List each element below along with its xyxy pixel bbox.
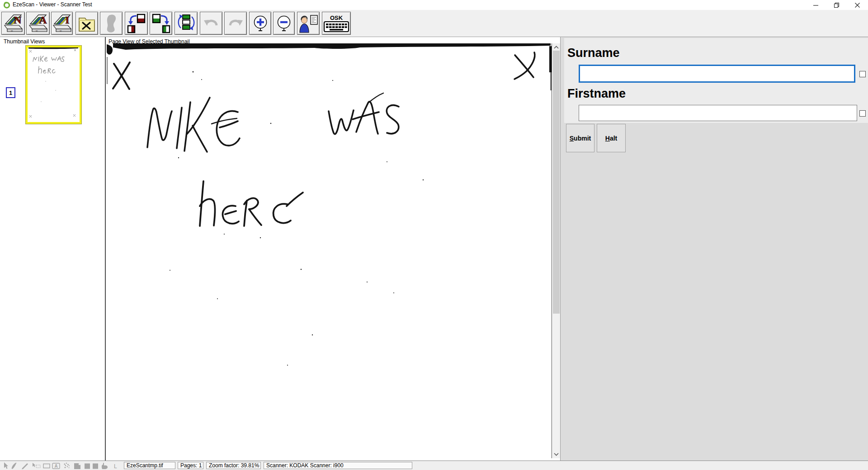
zoom-in-button[interactable]	[249, 12, 271, 35]
redo-icon	[226, 14, 245, 33]
scan-insert-icon: w I	[52, 13, 72, 34]
svg-text:w: w	[35, 29, 38, 32]
scanned-page-image	[107, 43, 552, 458]
close-button[interactable]	[847, 0, 868, 10]
page-curl-fold	[79, 463, 80, 465]
select-arrow-icon	[33, 463, 36, 467]
status-filename: EzeScantmp.tif	[124, 462, 175, 469]
on-screen-keyboard-icon	[323, 21, 349, 33]
cursor-icon	[4, 462, 8, 469]
status-pages: Pages: 1	[178, 462, 203, 469]
restore-icon	[834, 2, 840, 8]
ezescan-logo-icon	[3, 1, 10, 9]
pencil-icon	[23, 464, 28, 469]
surname-label: Surname	[567, 46, 620, 60]
scan-new-icon: w N	[3, 13, 23, 34]
thumbnail-panel: Thumbnail Views	[0, 37, 106, 461]
scan-insert-button[interactable]: w I	[51, 12, 73, 35]
minimize-icon	[813, 2, 819, 8]
status-bar: A L EzeScantmp.tif Pages: 1 Zoom factor:…	[0, 461, 868, 470]
undo-icon	[202, 14, 221, 33]
block-tool-icon-1	[85, 464, 90, 469]
close-icon	[854, 2, 860, 8]
surname-checkbox[interactable]	[859, 71, 866, 77]
annotation-tools-strip: A L	[2, 462, 122, 470]
firstname-checkbox[interactable]	[859, 110, 866, 117]
move-page-left-button[interactable]	[125, 12, 148, 35]
stamp-tool-button-disabled	[100, 12, 123, 35]
svg-text:I: I	[65, 14, 69, 26]
svg-text:A: A	[54, 464, 57, 469]
move-page-left-icon	[127, 13, 146, 34]
zoom-out-icon	[274, 13, 294, 34]
thumbnail-page-number-badge[interactable]: 1	[6, 87, 15, 98]
delete-document-button[interactable]	[75, 12, 98, 35]
lasso-rect-icon	[36, 465, 40, 468]
svg-text:L: L	[114, 463, 117, 470]
firstname-input[interactable]	[579, 105, 857, 121]
hand-tool-icon	[102, 463, 108, 469]
submit-accel: S	[570, 135, 574, 142]
scan-append-icon: w A	[28, 13, 48, 34]
thumbnail-panel-title: Thumbnail Views	[4, 38, 45, 45]
block-tool-icon-2	[93, 464, 98, 469]
move-page-right-icon	[151, 13, 171, 34]
surname-input[interactable]	[579, 65, 855, 83]
scroll-up-icon[interactable]	[553, 45, 559, 50]
halt-rest: alt	[610, 135, 617, 142]
pen-icon	[12, 463, 16, 469]
stamp-blob-icon	[102, 14, 121, 33]
window-title: EzeScan - Viewer - Scanner Test	[13, 1, 92, 8]
osk-label: OSK	[330, 15, 343, 21]
restore-button[interactable]	[826, 0, 847, 10]
submit-button[interactable]: Submit	[566, 124, 594, 152]
halt-button[interactable]: Halt	[597, 124, 626, 152]
rotate-pages-button[interactable]	[175, 12, 198, 35]
submit-rest: ubmit	[574, 135, 591, 142]
main-toolbar: w N w A w	[0, 10, 868, 37]
halt-accel: H	[605, 135, 610, 142]
ezescan-viewer-window: EzeScan - Viewer - Scanner Test w	[0, 0, 868, 470]
indexing-operator-button[interactable]	[297, 12, 320, 35]
thumbnail-page-1[interactable]	[26, 46, 81, 124]
rectangle-tool-icon	[43, 464, 50, 468]
on-screen-keyboard-button[interactable]: OSK	[322, 12, 351, 35]
index-operator-icon	[298, 14, 318, 33]
zoom-out-button[interactable]	[273, 12, 295, 35]
move-page-right-button[interactable]	[150, 12, 172, 35]
scroll-down-icon[interactable]	[553, 452, 559, 456]
undo-button-disabled	[200, 12, 222, 35]
indexing-panel: Surname Firstname Submit Halt	[560, 37, 868, 461]
status-zoom-factor: Zoom factor: 39.81%	[206, 462, 261, 469]
delete-folder-icon	[77, 14, 96, 33]
svg-text:w: w	[10, 29, 13, 32]
svg-text:N: N	[14, 14, 22, 26]
page-vertical-scrollbar[interactable]	[552, 43, 560, 458]
scan-append-button[interactable]: w A	[26, 12, 50, 35]
minimize-button[interactable]	[805, 0, 826, 10]
firstname-label: Firstname	[567, 87, 626, 101]
scan-new-button[interactable]: w N	[1, 12, 25, 35]
stamp-tool-icon	[64, 463, 70, 468]
redo-button-disabled	[224, 12, 247, 35]
scrollbar-thumb[interactable]	[553, 51, 560, 314]
page-view-canvas[interactable]	[107, 43, 552, 458]
svg-text:A: A	[39, 14, 47, 26]
zoom-in-icon	[250, 13, 270, 34]
svg-text:w: w	[59, 29, 62, 32]
status-scanner: Scanner: KODAK Scanner: i900	[264, 462, 412, 469]
rotate-pages-icon	[176, 13, 196, 34]
thumbnail-scan-preview	[28, 47, 80, 122]
title-bar: EzeScan - Viewer - Scanner Test	[0, 0, 868, 10]
